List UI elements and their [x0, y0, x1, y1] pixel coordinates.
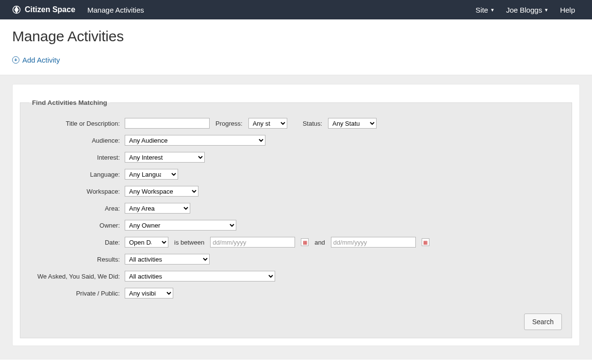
brand-icon [12, 5, 21, 14]
label-area: Area: [30, 205, 125, 212]
progress-select[interactable]: Any state [248, 118, 287, 129]
search-row: Search [30, 305, 562, 330]
label-weasked: We Asked, You Said, We Did: [30, 273, 125, 280]
topbar-left: Citizen Space Manage Activities [12, 5, 144, 14]
results-select[interactable]: All activities [125, 254, 210, 265]
workspace-select[interactable]: Any Workspace [125, 186, 198, 197]
interest-select[interactable]: Any Interest [125, 152, 205, 163]
row-title-desc: Title or Description: Progress: Any stat… [30, 118, 562, 129]
label-progress: Progress: [215, 120, 243, 127]
filter-rows: Title or Description: Progress: Any stat… [27, 112, 565, 331]
row-language: Language: Any Language [30, 169, 562, 180]
label-date-between: is between [174, 239, 204, 246]
search-button[interactable]: Search [524, 314, 562, 330]
header-area: Manage Activities + Add Activity [0, 19, 592, 75]
row-weasked: We Asked, You Said, We Did: All activiti… [30, 271, 562, 281]
date-from-input[interactable] [210, 237, 295, 248]
site-menu[interactable]: Site ▾ [476, 6, 494, 14]
row-interest: Interest: Any Interest [30, 152, 562, 163]
calendar-icon[interactable]: ▦ [301, 238, 309, 246]
area-select[interactable]: Any Area [125, 203, 190, 214]
audience-select[interactable]: Any Audience [125, 135, 265, 146]
visibility-select[interactable]: Any visibility [125, 288, 173, 298]
page-title: Manage Activities [12, 28, 580, 45]
weasked-select[interactable]: All activities [125, 271, 275, 281]
language-select[interactable]: Any Language [125, 169, 178, 180]
row-results: Results: All activities [30, 254, 562, 265]
add-activity-label: Add Activity [22, 56, 60, 64]
user-menu[interactable]: Joe Bloggs ▾ [506, 6, 548, 14]
help-link[interactable]: Help [560, 6, 575, 14]
user-menu-label: Joe Bloggs [506, 6, 542, 14]
label-date: Date: [30, 239, 125, 246]
brand-link[interactable]: Citizen Space [12, 5, 75, 14]
row-area: Area: Any Area [30, 203, 562, 214]
label-workspace: Workspace: [30, 188, 125, 195]
owner-select[interactable]: Any Owner [125, 220, 236, 231]
filter-legend: Find Activities Matching [29, 99, 110, 106]
label-interest: Interest: [30, 154, 125, 161]
label-status: Status: [303, 120, 322, 127]
label-visibility: Private / Public: [30, 290, 125, 297]
date-kind-select[interactable]: Open Date [125, 237, 168, 248]
label-date-and: and [314, 239, 325, 246]
row-date: Date: Open Date is between ▦ and ▦ [30, 237, 562, 248]
add-activity-link[interactable]: + Add Activity [12, 56, 60, 64]
chevron-down-icon: ▾ [545, 7, 548, 13]
date-to-input[interactable] [331, 237, 416, 248]
filter-fieldset: Find Activities Matching Title or Descri… [20, 99, 572, 338]
row-audience: Audience: Any Audience [30, 135, 562, 146]
label-title-desc: Title or Description: [30, 120, 125, 127]
topbar: Citizen Space Manage Activities Site ▾ J… [0, 0, 592, 19]
chevron-down-icon: ▾ [491, 7, 494, 13]
status-select[interactable]: Any Status [328, 118, 377, 129]
calendar-icon[interactable]: ▦ [422, 238, 429, 246]
label-language: Language: [30, 171, 125, 178]
nav-manage-activities[interactable]: Manage Activities [87, 6, 144, 14]
topbar-right: Site ▾ Joe Bloggs ▾ Help [476, 6, 587, 14]
filter-panel: Find Activities Matching Title or Descri… [12, 84, 580, 346]
site-menu-label: Site [476, 6, 488, 14]
label-owner: Owner: [30, 222, 125, 229]
row-workspace: Workspace: Any Workspace [30, 186, 562, 197]
plus-circle-icon: + [12, 56, 19, 64]
label-results: Results: [30, 256, 125, 263]
content: Find Activities Matching Title or Descri… [0, 75, 592, 360]
row-visibility: Private / Public: Any visibility [30, 288, 562, 298]
brand-text: Citizen Space [25, 5, 75, 14]
title-description-input[interactable] [125, 118, 210, 129]
label-audience: Audience: [30, 137, 125, 144]
row-owner: Owner: Any Owner [30, 220, 562, 231]
